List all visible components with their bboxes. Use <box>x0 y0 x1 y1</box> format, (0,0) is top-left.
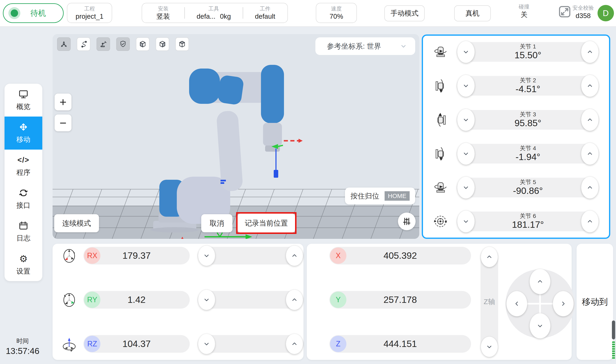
jog-right-button[interactable] <box>553 291 574 316</box>
rx-decrease-button[interactable] <box>198 245 215 266</box>
project-button[interactable]: 工程 project_1 <box>67 3 112 23</box>
joint-1-display[interactable]: 关节 1 15.50° <box>457 42 599 62</box>
cube-right-icon[interactable] <box>156 37 169 51</box>
sidebar-item-interface[interactable]: 接口 <box>4 182 42 215</box>
sidebar-item-label: 概览 <box>16 102 30 111</box>
robot-status-pill[interactable]: 待机 <box>3 3 64 23</box>
record-current-position-button[interactable]: 记录当前位置 <box>238 214 295 233</box>
joint-value: 15.50° <box>515 50 541 61</box>
sidebar-item-label: 移动 <box>16 135 30 144</box>
tool-button[interactable]: 工具 defa... 0kg <box>185 3 243 23</box>
joint-value: -4.51° <box>516 84 540 94</box>
reference-frame-dropdown[interactable]: 参考坐标系: 世界 <box>315 37 415 55</box>
time-label: 时间 <box>2 337 43 345</box>
joint-2-decrease-button[interactable] <box>457 75 475 97</box>
joint-4-increase-button[interactable] <box>581 143 599 165</box>
joint-1-decrease-button[interactable] <box>457 41 475 63</box>
joint-1-increase-button[interactable] <box>581 41 599 63</box>
rz-decrease-button[interactable] <box>198 334 215 354</box>
joint-5-display[interactable]: 关节 5 -90.86° <box>457 178 599 197</box>
viewport-3d[interactable]: 参考坐标系: 世界 + − 按住归位 HOME 连续模式 取消 记录当前位置 <box>53 34 419 239</box>
z-axis-up-button[interactable] <box>481 247 498 267</box>
ry-jog-track <box>198 291 304 309</box>
rz-value-display[interactable]: RZ 104.37 <box>83 335 190 353</box>
rotate-yaw-icon <box>431 42 450 62</box>
joint-label: 关节 1 <box>520 43 536 50</box>
sidebar-item-log[interactable]: 日志 <box>4 215 42 248</box>
z-axis-jog-track: Z轴 <box>481 247 498 356</box>
sidebar-item-overview[interactable]: 概览 <box>4 84 42 117</box>
jog-down-button[interactable] <box>530 313 550 338</box>
home-label: 按住归位 <box>350 191 379 201</box>
joint-3-increase-button[interactable] <box>581 109 599 131</box>
scrollbar-thumb[interactable] <box>612 321 615 339</box>
hold-to-home-button[interactable]: 按住归位 HOME <box>345 188 415 204</box>
collision-value: 关 <box>521 11 527 18</box>
axis-tripod-icon[interactable] <box>57 37 71 51</box>
mount-tool-workpiece-group: 安装 竖装 工具 defa... 0kg 工件 default <box>142 3 288 23</box>
move-icon <box>18 122 29 132</box>
manual-mode-button[interactable]: 手动模式 <box>384 5 425 21</box>
joint-6-display[interactable]: 关节 6 181.17° <box>457 211 599 231</box>
path-curve-icon[interactable] <box>77 37 90 51</box>
y-value-display[interactable]: Y 257.178 <box>329 291 471 309</box>
jog-up-button[interactable] <box>530 269 550 294</box>
sidebar-item-program[interactable]: </> 程序 <box>4 150 42 182</box>
joint-2-increase-button[interactable] <box>581 75 599 97</box>
joint-2-display[interactable]: 关节 2 -4.51° <box>457 76 599 96</box>
move-to-button[interactable]: 移动到 <box>576 244 613 360</box>
joint-value: 181.17° <box>512 219 544 230</box>
z-axis-down-button[interactable] <box>481 337 498 357</box>
rz-increase-button[interactable] <box>286 334 303 354</box>
rotate-roll-icon <box>431 211 450 231</box>
cube-top-icon[interactable] <box>175 37 189 51</box>
workpiece-button[interactable]: 工件 default <box>243 3 287 23</box>
joint-6-increase-button[interactable] <box>581 210 599 233</box>
safety-label: 安全校验 <box>573 5 594 11</box>
ry-value-display[interactable]: RY 1.42 <box>83 291 190 309</box>
joint-5-increase-button[interactable] <box>581 176 599 199</box>
sliders-icon <box>402 217 411 226</box>
project-value: project_1 <box>76 13 104 20</box>
chevron-down-icon <box>400 43 407 50</box>
joint-3-decrease-button[interactable] <box>457 109 475 131</box>
sidebar-item-move[interactable]: 移动 <box>4 117 42 149</box>
rotate-y-icon <box>60 290 79 310</box>
workpiece-value: default <box>255 13 275 20</box>
jog-left-button[interactable] <box>506 291 527 316</box>
joint-label: 关节 2 <box>520 77 536 84</box>
zoom-out-button[interactable]: − <box>55 115 71 131</box>
robot-arm-icon[interactable] <box>96 37 110 51</box>
clock: 时间 13:57:46 <box>2 337 43 356</box>
ry-decrease-button[interactable] <box>198 289 215 310</box>
cube-front-icon[interactable] <box>136 37 149 51</box>
rx-value-display[interactable]: RX 179.37 <box>83 247 190 264</box>
joint-3-display[interactable]: 关节 3 95.85° <box>457 110 599 130</box>
loop-icon <box>18 188 29 198</box>
z-value-display[interactable]: Z 444.151 <box>329 335 471 353</box>
safety-value: d358 <box>576 12 590 19</box>
zoom-in-button[interactable]: + <box>55 93 71 110</box>
mount-button[interactable]: 安装 竖装 <box>142 3 184 23</box>
continuous-mode-button[interactable]: 连续模式 <box>54 214 99 232</box>
xy-jog-dpad <box>506 269 575 338</box>
joint-6-decrease-button[interactable] <box>457 210 475 233</box>
real-machine-button[interactable]: 真机 <box>454 5 491 21</box>
shield-check-icon[interactable] <box>116 37 130 51</box>
x-value: 405.392 <box>329 247 471 264</box>
joint-4-decrease-button[interactable] <box>457 143 475 165</box>
x-value-display[interactable]: X 405.392 <box>329 247 471 264</box>
user-avatar[interactable]: D <box>598 5 614 21</box>
rx-increase-button[interactable] <box>286 245 303 266</box>
rx-value: 179.37 <box>83 247 190 264</box>
collision-status[interactable]: 碰撞 关 <box>504 4 545 18</box>
sidebar-item-settings[interactable]: ⚙ 设置 <box>4 248 42 281</box>
joint-5-decrease-button[interactable] <box>457 176 475 199</box>
speed-label: 速度 <box>331 6 342 12</box>
jog-settings-button[interactable] <box>398 213 415 230</box>
joint-4-display[interactable]: 关节 4 -1.94° <box>457 144 599 164</box>
safety-check[interactable]: 安全校验 d358 <box>559 5 594 19</box>
cancel-button[interactable]: 取消 <box>201 214 232 232</box>
speed-button[interactable]: 速度 70% <box>316 3 357 23</box>
ry-increase-button[interactable] <box>286 289 303 310</box>
